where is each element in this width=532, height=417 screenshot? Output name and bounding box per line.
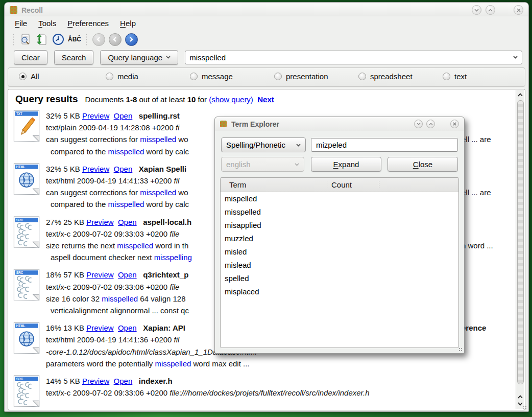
chevron-up-icon <box>429 123 433 125</box>
text: fi <box>176 123 180 132</box>
term-row[interactable]: spelled <box>221 272 458 285</box>
vertical-scrollbar[interactable] <box>516 90 524 409</box>
dialog-titlebar[interactable]: Term Explorer <box>215 117 464 131</box>
titlebar[interactable]: Recoll <box>5 3 528 16</box>
filter-radio-spreadsheet[interactable]: spreadsheet <box>358 72 413 81</box>
filter-radio-all[interactable]: All <box>19 72 39 81</box>
toolbar: ÅBĈ <box>5 30 528 49</box>
txt-file-icon[interactable]: TXT <box>13 110 40 142</box>
term-row[interactable]: misled <box>221 245 458 259</box>
text <box>114 270 118 279</box>
advanced-search-button[interactable] <box>18 32 33 47</box>
src-file-icon[interactable]: SRC <box>13 269 40 300</box>
toolbar-handle[interactable] <box>85 33 88 45</box>
close-button[interactable] <box>514 5 523 15</box>
column-separator[interactable] <box>378 180 380 189</box>
dialog-close-action-button[interactable]: Close <box>388 157 458 172</box>
minimize-button[interactable] <box>472 5 481 15</box>
scrollbar-thumb[interactable] <box>517 100 524 384</box>
term-row[interactable]: misapplied <box>221 219 458 232</box>
dialog-maximize-button[interactable] <box>426 120 435 128</box>
open-link[interactable]: Open <box>118 270 137 279</box>
dialog-minimize-button[interactable] <box>414 120 423 128</box>
text: aspell document checker next <box>51 253 154 262</box>
preview-link[interactable]: Preview <box>82 165 109 173</box>
text: 32% 5 KB <box>46 111 82 120</box>
previous-page-button[interactable] <box>108 32 122 47</box>
history-clock-icon <box>52 33 64 45</box>
text: compared to the <box>51 147 108 156</box>
text: size 16 color 32 <box>46 294 102 303</box>
scroll-up-icon-bottom[interactable] <box>516 393 524 400</box>
preview-link[interactable]: Preview <box>86 218 113 226</box>
expand-mode-select[interactable]: Spelling/Phonetic <box>221 137 306 152</box>
document-history-button[interactable] <box>51 32 65 47</box>
show-query-link[interactable]: (show query) <box>209 95 253 104</box>
result-line: text/x-c 2009-07-02 09:33:03 +0200 file <box>46 228 192 240</box>
next-page-button[interactable] <box>124 32 138 47</box>
term-input[interactable]: mizpeled <box>311 138 458 152</box>
search-mode-dropdown[interactable]: Query language <box>100 50 178 65</box>
term-table-header[interactable]: Term Count <box>221 178 458 192</box>
src-file-icon[interactable]: SRC <box>13 375 40 407</box>
language-select[interactable]: english <box>221 157 304 172</box>
result-line: verticalalignment alignnormal ... const … <box>46 305 189 316</box>
html-file-icon[interactable]: HTML <box>13 322 40 354</box>
text: Xapian Spelli <box>139 165 186 173</box>
next-link[interactable]: Next <box>257 95 274 104</box>
search-button[interactable]: Search <box>54 50 94 65</box>
column-separator[interactable] <box>326 180 328 189</box>
menu-item-help[interactable]: Help <box>116 18 140 29</box>
open-link[interactable]: Open <box>118 323 137 332</box>
highlighted-term: misspelled <box>117 241 153 250</box>
open-link[interactable]: Open <box>118 218 137 226</box>
result-line: parameters word the potentially misspell… <box>46 358 257 369</box>
text: text/html 2009-04-19 14:41:36 +0200 <box>46 335 174 344</box>
term-row[interactable]: mispelled <box>221 192 458 205</box>
results-summary: Documents 1-8 out of at least 10 for (sh… <box>85 95 274 104</box>
menu-item-file[interactable]: File <box>11 18 31 29</box>
dialog-row-2: english Expand Close <box>221 157 458 172</box>
text: Documents <box>85 95 126 104</box>
term-row[interactable]: misspelled <box>221 205 458 219</box>
result-text: 14% 5 KB Preview Open indexer.htext/x-c … <box>46 375 370 407</box>
term-row[interactable]: misplaced <box>221 285 458 298</box>
dialog-resize-grip[interactable] <box>458 348 463 352</box>
maximize-button[interactable] <box>486 5 495 15</box>
term-explorer-button[interactable]: ÅBĈ <box>67 32 82 47</box>
menu-item-preferences[interactable]: Preferences <box>63 18 113 29</box>
category-filter-panel: Allmediamessagepresentationspreadsheette… <box>8 67 525 87</box>
window-resize-grip[interactable] <box>523 406 527 410</box>
expand-button[interactable]: Expand <box>311 157 381 172</box>
count-column-header[interactable]: Count <box>331 180 352 189</box>
sort-parameters-button[interactable] <box>35 32 49 47</box>
dialog-close-button[interactable] <box>450 120 459 128</box>
src-file-icon[interactable]: SRC <box>13 216 40 248</box>
scroll-up-icon[interactable] <box>516 91 524 98</box>
filter-radio-text[interactable]: text <box>443 72 467 81</box>
preview-link[interactable]: Preview <box>86 323 113 332</box>
preview-link[interactable]: Preview <box>82 377 109 385</box>
menu-item-tools[interactable]: Tools <box>34 18 60 29</box>
term-table: Term Count mispelledmisspelledmisapplied… <box>220 177 459 348</box>
term-column-header[interactable]: Term <box>229 180 246 189</box>
preview-link[interactable]: Preview <box>82 111 109 120</box>
clear-button[interactable]: Clear <box>14 50 47 65</box>
html-file-icon[interactable]: HTML <box>13 163 40 195</box>
toolbar-handle[interactable] <box>12 33 15 45</box>
filter-radio-media[interactable]: media <box>106 72 138 81</box>
filter-radio-message[interactable]: message <box>190 72 233 81</box>
text: can suggest corrections for <box>46 135 140 144</box>
result-line: can suggest corrections for misspelled w… <box>46 133 189 145</box>
text: q3richtext_p <box>143 270 188 279</box>
term-row[interactable]: mislead <box>221 259 458 272</box>
term-row[interactable]: muzzled <box>221 232 458 245</box>
search-row: Clear Search Query language misspelled <box>5 49 528 66</box>
query-combobox[interactable]: misspelled <box>185 51 522 64</box>
open-link[interactable]: Open <box>114 111 133 120</box>
open-link[interactable]: Open <box>114 377 133 385</box>
preview-link[interactable]: Preview <box>86 270 113 279</box>
first-page-button[interactable] <box>91 32 106 47</box>
filter-radio-presentation[interactable]: presentation <box>274 72 328 81</box>
open-link[interactable]: Open <box>114 165 133 173</box>
